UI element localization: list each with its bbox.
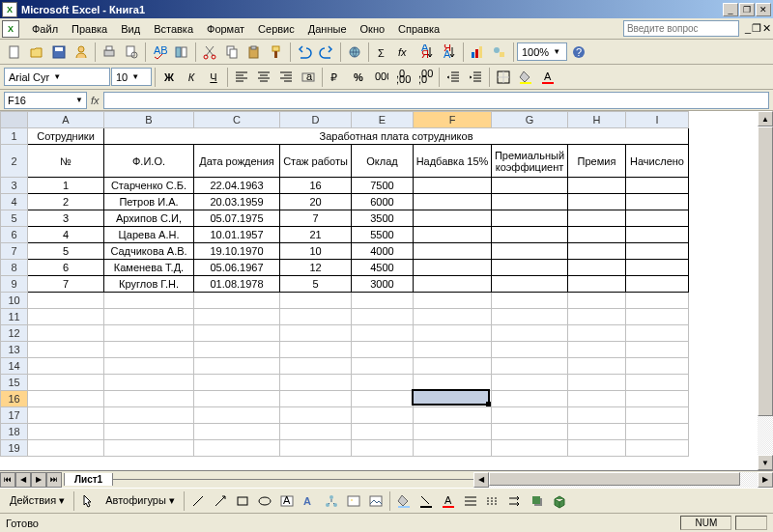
cell[interactable] xyxy=(568,210,626,227)
open-button[interactable] xyxy=(26,42,47,63)
research-button[interactable] xyxy=(171,42,192,63)
col-header-E[interactable]: E xyxy=(352,112,414,128)
decrease-decimal-button[interactable]: ,00,0 xyxy=(415,67,436,88)
cell[interactable] xyxy=(28,342,104,358)
cell[interactable]: Стаж работы xyxy=(280,145,352,178)
cell[interactable] xyxy=(104,424,194,440)
cell[interactable] xyxy=(568,358,626,375)
menu-help[interactable]: Справка xyxy=(391,20,446,38)
cell[interactable]: 20 xyxy=(280,194,352,210)
cell[interactable] xyxy=(280,407,352,424)
line-style-button[interactable] xyxy=(460,490,481,512)
cell[interactable] xyxy=(492,391,568,407)
spelling-button[interactable]: ABC xyxy=(149,42,170,63)
cell[interactable] xyxy=(626,178,689,194)
drawing-button[interactable] xyxy=(489,42,510,63)
cell[interactable] xyxy=(626,424,689,440)
cell[interactable] xyxy=(414,260,492,276)
cell[interactable]: Начислено xyxy=(626,145,689,178)
undo-button[interactable] xyxy=(294,42,315,63)
cell[interactable]: 6 xyxy=(28,260,104,276)
close-button[interactable]: ✕ xyxy=(756,3,771,16)
cell[interactable] xyxy=(280,309,352,325)
cell[interactable] xyxy=(414,243,492,260)
col-header-G[interactable]: G xyxy=(492,112,568,128)
cell[interactable]: Петров И.А. xyxy=(104,194,194,210)
cell[interactable] xyxy=(626,407,689,424)
cell[interactable] xyxy=(352,440,414,457)
cell[interactable] xyxy=(492,358,568,375)
cell[interactable] xyxy=(568,375,626,391)
permission-button[interactable] xyxy=(71,42,92,63)
cell[interactable] xyxy=(194,358,280,375)
cell[interactable] xyxy=(492,260,568,276)
row-header-13[interactable]: 13 xyxy=(1,342,28,358)
arrow-style-button[interactable] xyxy=(504,490,526,512)
cell[interactable]: 7 xyxy=(280,210,352,227)
cell[interactable] xyxy=(104,391,194,407)
cell[interactable]: 3000 xyxy=(352,276,414,293)
cell[interactable] xyxy=(352,424,414,440)
tab-nav-last[interactable]: ⏭ xyxy=(46,472,62,488)
row-header-14[interactable]: 14 xyxy=(1,358,28,375)
menu-window[interactable]: Окно xyxy=(354,20,392,38)
cell[interactable] xyxy=(414,391,492,407)
cell[interactable] xyxy=(280,358,352,375)
fx-button[interactable]: fx xyxy=(394,42,415,63)
fx-icon[interactable]: fx xyxy=(91,95,100,106)
cell[interactable]: 19.10.1970 xyxy=(194,243,280,260)
cell[interactable] xyxy=(28,407,104,424)
cell[interactable]: 05.07.1975 xyxy=(194,210,280,227)
cell[interactable] xyxy=(414,178,492,194)
cell[interactable] xyxy=(492,178,568,194)
doc-minimize-button[interactable]: _ xyxy=(745,22,751,35)
cell[interactable] xyxy=(492,309,568,325)
cell[interactable]: 16 xyxy=(280,178,352,194)
dash-style-button[interactable] xyxy=(482,490,503,512)
cell[interactable] xyxy=(194,440,280,457)
cell[interactable] xyxy=(28,440,104,457)
cell[interactable] xyxy=(414,293,492,309)
shadow-button[interactable] xyxy=(527,490,548,512)
cell[interactable] xyxy=(626,243,689,260)
zoom-combo[interactable]: 100%▼ xyxy=(517,42,567,61)
underline-button[interactable]: Ч xyxy=(203,67,224,88)
oval-button[interactable] xyxy=(254,490,275,512)
vertical-scrollbar[interactable]: ▲ ▼ xyxy=(758,111,773,470)
workbook-icon[interactable]: X xyxy=(2,20,19,38)
cell[interactable] xyxy=(492,325,568,342)
new-button[interactable] xyxy=(4,42,25,63)
hyperlink-button[interactable] xyxy=(344,42,365,63)
cell[interactable] xyxy=(104,309,194,325)
cell[interactable] xyxy=(626,260,689,276)
scroll-left-button[interactable]: ◀ xyxy=(473,472,489,488)
cell[interactable]: Старченко С.Б. xyxy=(104,178,194,194)
cell[interactable] xyxy=(414,210,492,227)
cell[interactable]: 22.04.1963 xyxy=(194,178,280,194)
cell[interactable] xyxy=(104,293,194,309)
cell[interactable]: 5500 xyxy=(352,227,414,243)
font-size-combo[interactable]: 10▼ xyxy=(111,68,152,86)
row-header-6[interactable]: 6 xyxy=(1,227,28,243)
cell[interactable] xyxy=(626,210,689,227)
cell[interactable]: 3500 xyxy=(352,210,414,227)
doc-restore-button[interactable]: ❐ xyxy=(752,22,761,35)
print-button[interactable] xyxy=(99,42,120,63)
scroll-down-button[interactable]: ▼ xyxy=(758,455,773,470)
cell[interactable] xyxy=(194,391,280,407)
decrease-indent-button[interactable] xyxy=(443,67,464,88)
cell[interactable] xyxy=(28,293,104,309)
cell[interactable] xyxy=(568,276,626,293)
col-header-I[interactable]: I xyxy=(626,112,689,128)
cell[interactable] xyxy=(414,375,492,391)
cell[interactable] xyxy=(414,424,492,440)
cell[interactable]: Архипов С.И, xyxy=(104,210,194,227)
cell[interactable] xyxy=(626,358,689,375)
picture-button[interactable] xyxy=(365,490,386,512)
cell[interactable] xyxy=(194,407,280,424)
font-color-draw-button[interactable]: A xyxy=(438,490,459,512)
cell[interactable] xyxy=(280,342,352,358)
cell[interactable] xyxy=(492,194,568,210)
row-header-19[interactable]: 19 xyxy=(1,440,28,457)
row-header-4[interactable]: 4 xyxy=(1,194,28,210)
